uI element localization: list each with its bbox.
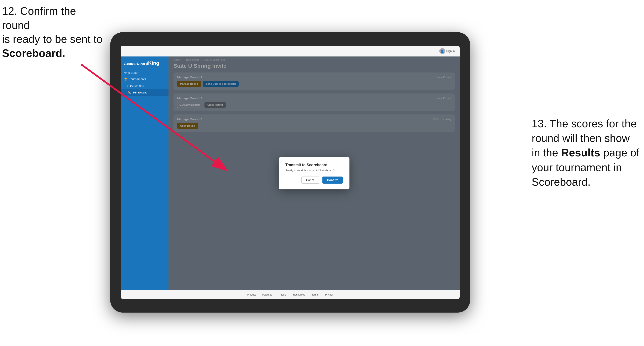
sidebar-item-tournaments[interactable]: 🏆 Tournaments	[121, 75, 168, 83]
modal-confirm-button[interactable]: Confirm	[322, 176, 343, 183]
annotation-top: 12. Confirm the roundis ready to be sent…	[2, 4, 106, 60]
top-bar: 👤 Sign In	[121, 46, 460, 56]
annotation-right: 13. The scores for the round will then s…	[532, 116, 640, 189]
sidebar-item-create-new[interactable]: + Create New	[121, 83, 168, 89]
annotation-top-text: 12. Confirm the roundis ready to be sent…	[2, 5, 102, 59]
footer-terms[interactable]: Terms	[312, 293, 318, 296]
modal-overlay: Transmit to Scoreboard Ready to send thi…	[168, 56, 460, 290]
sidebar-item-edit-existing[interactable]: ✏️ Edit Existing	[121, 89, 168, 96]
sidebar-tournaments-label: Tournaments	[129, 77, 146, 81]
trophy-icon: 🏆	[124, 77, 128, 81]
plus-icon: +	[127, 85, 128, 88]
edit-icon: ✏️	[128, 91, 131, 94]
logo-leaderboard: Leaderboard	[124, 61, 148, 66]
logo-area: LeaderboardKing	[121, 56, 168, 70]
sign-in-button[interactable]: 👤 Sign In	[439, 48, 455, 54]
logo-king: King	[148, 60, 159, 66]
annotation-right-bold: Results	[561, 147, 600, 159]
transmit-modal: Transmit to Scoreboard Ready to send thi…	[279, 157, 350, 189]
sign-in-label: Sign In	[446, 49, 455, 52]
footer: Product Features Pricing Resources Terms…	[121, 290, 460, 299]
logo: LeaderboardKing	[124, 60, 165, 66]
tablet-screen: 👤 Sign In LeaderboardKing MAIN MENU 🏆 To…	[121, 46, 460, 299]
main-area: LeaderboardKing MAIN MENU 🏆 Tournaments …	[121, 56, 460, 290]
annotation-top-bold: Scoreboard.	[2, 47, 65, 59]
sidebar-edit-existing-label: Edit Existing	[132, 91, 148, 94]
modal-subtitle: Ready to send this round to Scoreboard?	[286, 169, 343, 172]
sidebar: LeaderboardKing MAIN MENU 🏆 Tournaments …	[121, 56, 168, 290]
modal-title: Transmit to Scoreboard	[286, 163, 343, 167]
footer-product[interactable]: Product	[247, 293, 256, 296]
footer-privacy[interactable]: Privacy	[325, 293, 333, 296]
modal-cancel-button[interactable]: Cancel	[302, 176, 320, 183]
annotation-right-text: 13. The scores for the round will then s…	[532, 118, 639, 188]
user-avatar: 👤	[439, 48, 445, 54]
modal-actions: Cancel Confirm	[286, 176, 343, 183]
sidebar-create-new-label: Create New	[130, 85, 144, 88]
footer-resources[interactable]: Resources	[293, 293, 305, 296]
tablet-device: 👤 Sign In LeaderboardKing MAIN MENU 🏆 To…	[110, 32, 470, 313]
main-menu-label: MAIN MENU	[121, 70, 168, 75]
footer-pricing[interactable]: Pricing	[279, 293, 286, 296]
content-area: Home › Tournaments › State U Spring Invi…	[168, 56, 460, 290]
footer-features[interactable]: Features	[262, 293, 272, 296]
